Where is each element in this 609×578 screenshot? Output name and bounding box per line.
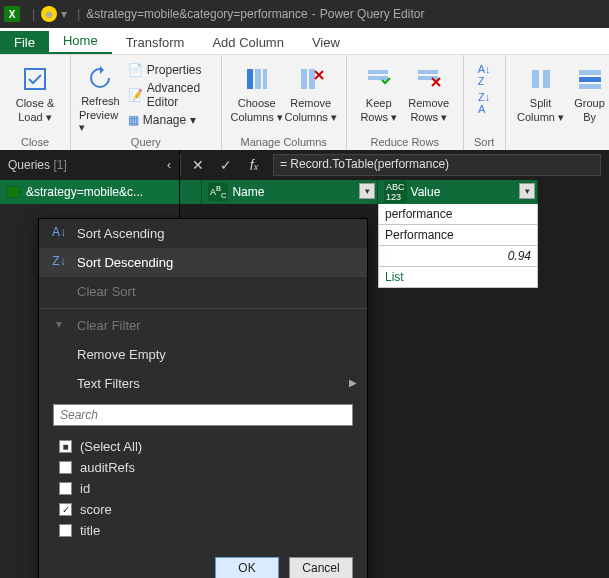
sort-asc-icon: A↓: [51, 225, 67, 239]
refresh-icon: [84, 63, 116, 93]
label: Close &: [16, 97, 55, 109]
svg-rect-15: [543, 70, 550, 88]
label: Preview ▾: [79, 109, 122, 134]
refresh-preview-button[interactable]: Refresh Preview ▾: [79, 59, 122, 134]
column-filter-popup: A↓ Sort Ascending Z↓ Sort Descending Cle…: [38, 218, 368, 578]
sort-asc-icon: A↓Z: [478, 63, 491, 87]
tab-file[interactable]: File: [0, 31, 49, 54]
group-label: Reduce Rows: [347, 136, 463, 148]
sort-desc-button[interactable]: Z↓A: [472, 87, 497, 115]
editor-headerbar: Queries [1] ‹ ✕ ✓ fx = Record.ToTable(pe…: [0, 150, 609, 180]
group-reduce-rows: Keep Rows ▾ Remove Rows ▾ Reduce Rows: [347, 55, 464, 150]
table-corner[interactable]: [180, 180, 202, 204]
queries-panel-header[interactable]: Queries [1] ‹: [0, 150, 180, 180]
type-any-icon: ABC123: [384, 181, 407, 203]
filter-select-all[interactable]: ■(Select All): [53, 436, 353, 457]
svg-rect-3: [263, 69, 267, 89]
group-close: Close & Load ▾ Close: [0, 55, 71, 150]
checkbox-icon: [59, 524, 72, 537]
choose-columns-icon: [241, 63, 273, 95]
filter-option[interactable]: title: [53, 520, 353, 541]
title-bar: X | ☻ ▾ | &strategy=mobile&category=perf…: [0, 0, 609, 28]
formula-bar: ✕ ✓ fx = Record.ToTable(performance): [180, 154, 609, 176]
properties-button[interactable]: 📄Properties: [128, 63, 213, 77]
group-sort: A↓Z Z↓A Sort: [464, 55, 506, 150]
filter-search: [53, 404, 353, 426]
close-load-icon: [19, 63, 51, 95]
filter-values-list: ■(Select All) auditRefs id ✓score title: [53, 432, 353, 545]
tab-home[interactable]: Home: [49, 29, 112, 54]
remove-columns-button[interactable]: Remove Columns ▾: [284, 59, 338, 134]
manage-button[interactable]: ▦Manage ▾: [128, 113, 213, 127]
choose-columns-button[interactable]: Choose Columns ▾: [230, 59, 284, 134]
fx-icon[interactable]: fx: [245, 157, 263, 173]
text-filters-item[interactable]: Text Filters ▶: [39, 369, 367, 398]
column-header-value[interactable]: ABC123 Value ▾: [378, 180, 538, 204]
dropdown-indicator-icon[interactable]: ▾: [61, 7, 67, 21]
formula-input[interactable]: = Record.ToTable(performance): [273, 154, 601, 176]
filter-option[interactable]: auditRefs: [53, 457, 353, 478]
chevron-right-icon: ▶: [349, 377, 357, 388]
split-column-button[interactable]: Split Column ▾: [514, 59, 568, 134]
app-name: Power Query Editor: [320, 7, 425, 21]
remove-rows-icon: [413, 63, 445, 95]
ok-button[interactable]: OK: [215, 557, 279, 578]
svg-rect-4: [301, 69, 307, 89]
tab-add-column[interactable]: Add Column: [198, 31, 298, 54]
remove-empty-item[interactable]: Remove Empty: [39, 340, 367, 369]
type-text-icon: ABC: [208, 183, 228, 201]
svg-rect-11: [418, 76, 438, 80]
query-item[interactable]: &strategy=mobile&c...: [0, 180, 179, 204]
svg-rect-16: [579, 70, 601, 75]
column-filter-dropdown[interactable]: ▾: [359, 183, 375, 199]
chevron-left-icon[interactable]: ‹: [167, 158, 171, 172]
svg-rect-9: [368, 76, 388, 80]
remove-rows-button[interactable]: Remove Rows ▾: [403, 59, 455, 134]
cancel-edit-icon[interactable]: ✕: [189, 157, 207, 173]
cell[interactable]: performance: [378, 203, 538, 225]
svg-rect-17: [579, 77, 601, 82]
svg-rect-8: [368, 70, 388, 74]
excel-icon: X: [4, 6, 20, 22]
clear-filter-item[interactable]: ▾ Clear Filter: [39, 311, 367, 340]
editor-icon: 📝: [128, 88, 143, 102]
label: Load ▾: [18, 111, 52, 124]
group-transform: Split Column ▾ Group By Da: [506, 55, 609, 150]
column-header-name[interactable]: ABC Name ▾: [202, 180, 378, 204]
sort-descending-item[interactable]: Z↓ Sort Descending: [39, 248, 367, 277]
filter-buttons: OK Cancel: [39, 553, 367, 578]
column-filter-dropdown[interactable]: ▾: [519, 183, 535, 199]
tab-view[interactable]: View: [298, 31, 354, 54]
sort-asc-button[interactable]: A↓Z: [472, 59, 497, 87]
filter-search-input[interactable]: [53, 404, 353, 426]
clear-sort-item[interactable]: Clear Sort: [39, 277, 367, 306]
svg-rect-10: [418, 70, 438, 74]
cancel-button[interactable]: Cancel: [289, 557, 353, 578]
column-headers: ABC Name ▾ ABC123 Value ▾: [180, 180, 609, 204]
cell[interactable]: Performance: [378, 224, 538, 246]
svg-rect-14: [532, 70, 539, 88]
commit-edit-icon[interactable]: ✓: [217, 157, 235, 173]
document-name: &strategy=mobile&category=performance: [86, 7, 307, 21]
keep-rows-button[interactable]: Keep Rows ▾: [355, 59, 403, 134]
svg-rect-1: [247, 69, 253, 89]
cell[interactable]: 0.94: [378, 245, 538, 267]
cell-list-link[interactable]: List: [378, 266, 538, 288]
tab-transform[interactable]: Transform: [112, 31, 199, 54]
separator: |: [77, 7, 80, 21]
checkbox-icon: [59, 482, 72, 495]
filter-option[interactable]: ✓score: [53, 499, 353, 520]
sort-ascending-item[interactable]: A↓ Sort Ascending: [39, 219, 367, 248]
group-by-button[interactable]: Group By: [568, 59, 609, 134]
group-label: Manage Columns: [222, 136, 346, 148]
filter-option[interactable]: id: [53, 478, 353, 499]
funnel-icon: ▾: [51, 317, 67, 331]
split-column-icon: [525, 63, 557, 95]
checkbox-icon: [59, 461, 72, 474]
separator: |: [32, 7, 35, 21]
query-name: &strategy=mobile&c...: [26, 185, 143, 199]
close-and-load-button[interactable]: Close & Load ▾: [8, 59, 62, 124]
advanced-editor-button[interactable]: 📝Advanced Editor: [128, 81, 213, 109]
ribbon-content: Close & Load ▾ Close Refresh Preview ▾ 📄…: [0, 54, 609, 150]
group-query: Refresh Preview ▾ 📄Properties 📝Advanced …: [71, 55, 222, 150]
